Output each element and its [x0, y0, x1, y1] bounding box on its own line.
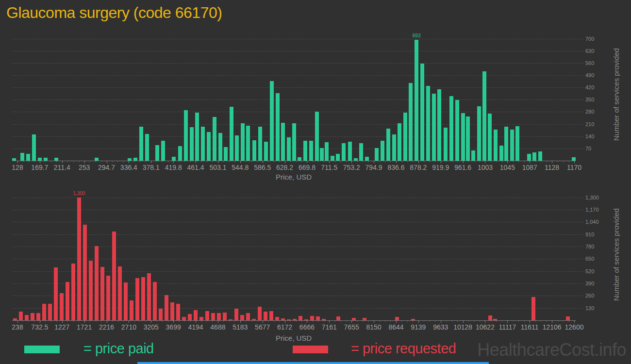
- bar-price-paid[interactable]: [276, 93, 280, 161]
- bar-price-requested[interactable]: [100, 267, 104, 320]
- bar-price-requested[interactable]: [310, 316, 314, 320]
- bar-price-paid[interactable]: [139, 127, 143, 161]
- bar-price-paid[interactable]: [348, 142, 352, 161]
- bar-price-paid[interactable]: [235, 135, 239, 161]
- bar-price-paid[interactable]: [213, 117, 216, 161]
- bar-price-paid[interactable]: [572, 157, 576, 161]
- bar-price-requested[interactable]: [147, 273, 151, 320]
- bar-price-paid[interactable]: [466, 116, 470, 161]
- bar-price-requested[interactable]: [316, 316, 320, 320]
- bar-price-requested[interactable]: [19, 312, 23, 320]
- legend-swatch-price-paid[interactable]: [24, 346, 60, 353]
- bar-price-paid[interactable]: [178, 146, 182, 161]
- bar-price-paid[interactable]: [258, 127, 262, 161]
- bar-price-paid[interactable]: [246, 126, 250, 161]
- bar-price-paid[interactable]: [437, 89, 441, 161]
- bar-price-paid[interactable]: [444, 128, 448, 161]
- bar-price-paid[interactable]: [488, 114, 492, 161]
- bar-price-requested[interactable]: [159, 309, 163, 320]
- bar-price-paid[interactable]: [415, 40, 418, 161]
- bar-price-paid[interactable]: [133, 158, 137, 161]
- bar-price-requested[interactable]: [89, 261, 93, 320]
- bar-price-requested[interactable]: [170, 302, 174, 320]
- bar-price-paid[interactable]: [224, 147, 228, 161]
- bar-price-paid[interactable]: [270, 81, 274, 161]
- bar-price-paid[interactable]: [499, 146, 503, 161]
- bar-price-paid[interactable]: [264, 142, 268, 161]
- bar-price-requested[interactable]: [566, 316, 570, 320]
- bar-price-paid[interactable]: [494, 130, 498, 161]
- bar-price-paid[interactable]: [241, 123, 245, 161]
- bar-price-paid[interactable]: [527, 154, 531, 161]
- bar-price-paid[interactable]: [449, 96, 453, 161]
- bar-price-paid[interactable]: [359, 143, 363, 161]
- bar-price-requested[interactable]: [188, 314, 192, 320]
- bar-price-paid[interactable]: [461, 113, 465, 161]
- bar-price-paid[interactable]: [504, 127, 508, 161]
- bar-price-requested[interactable]: [269, 311, 273, 320]
- bar-price-requested[interactable]: [322, 319, 326, 320]
- bar-price-paid[interactable]: [32, 134, 36, 161]
- bar-price-paid[interactable]: [155, 145, 159, 161]
- bar-price-requested[interactable]: [363, 318, 366, 320]
- bar-price-paid[interactable]: [161, 141, 165, 161]
- bar-price-requested[interactable]: [25, 315, 29, 320]
- bar-price-paid[interactable]: [375, 148, 379, 161]
- bar-price-requested[interactable]: [229, 319, 232, 320]
- bar-price-paid[interactable]: [403, 113, 407, 161]
- bar-price-requested[interactable]: [135, 278, 139, 320]
- bar-price-requested[interactable]: [182, 317, 186, 320]
- bar-price-requested[interactable]: [141, 277, 145, 320]
- bar-price-requested[interactable]: [304, 319, 308, 320]
- bar-price-requested[interactable]: [217, 313, 221, 320]
- bar-price-paid[interactable]: [420, 64, 424, 161]
- bar-price-paid[interactable]: [26, 154, 30, 161]
- bar-price-paid[interactable]: [398, 123, 401, 161]
- bar-price-paid[interactable]: [145, 134, 149, 161]
- bar-price-requested[interactable]: [264, 312, 267, 320]
- bar-price-paid[interactable]: [381, 141, 384, 161]
- bar-price-requested[interactable]: [199, 317, 203, 320]
- bar-price-requested[interactable]: [124, 282, 128, 320]
- bar-price-paid[interactable]: [230, 107, 233, 161]
- bar-price-requested[interactable]: [234, 309, 238, 320]
- bar-price-requested[interactable]: [130, 300, 133, 320]
- bar-price-paid[interactable]: [392, 134, 396, 161]
- bar-price-requested[interactable]: [95, 246, 99, 320]
- bar-price-requested[interactable]: [275, 317, 279, 320]
- bar-price-requested[interactable]: [13, 318, 17, 320]
- bar-price-paid[interactable]: [190, 127, 194, 161]
- bar-price-paid[interactable]: [20, 153, 24, 161]
- bar-price-requested[interactable]: [281, 318, 285, 320]
- bar-price-requested[interactable]: [336, 316, 340, 320]
- bar-price-paid[interactable]: [287, 137, 291, 161]
- bar-price-paid[interactable]: [538, 151, 542, 161]
- bar-price-paid[interactable]: [309, 141, 313, 161]
- bar-price-paid[interactable]: [336, 154, 340, 161]
- bar-price-requested[interactable]: [258, 307, 262, 320]
- bar-price-paid[interactable]: [471, 150, 475, 161]
- bar-price-requested[interactable]: [493, 319, 497, 321]
- bar-price-paid[interactable]: [342, 143, 346, 161]
- legend-swatch-price-requested[interactable]: [293, 346, 328, 353]
- bar-price-requested[interactable]: [194, 310, 198, 320]
- bar-price-paid[interactable]: [252, 140, 256, 161]
- bar-price-requested[interactable]: [211, 313, 215, 320]
- bar-price-requested[interactable]: [411, 319, 415, 321]
- bar-price-paid[interactable]: [325, 142, 329, 161]
- bar-price-paid[interactable]: [315, 112, 319, 161]
- bar-price-paid[interactable]: [281, 123, 285, 161]
- legend-label-price-requested[interactable]: = price requested: [351, 341, 456, 357]
- legend-label-price-paid[interactable]: = price paid: [83, 341, 154, 357]
- bar-price-paid[interactable]: [128, 158, 132, 161]
- bar-price-requested[interactable]: [118, 266, 122, 320]
- bar-price-paid[interactable]: [38, 158, 42, 161]
- bar-price-requested[interactable]: [287, 319, 291, 320]
- bar-price-requested[interactable]: [31, 313, 34, 320]
- bar-price-paid[interactable]: [532, 152, 536, 161]
- bar-price-paid[interactable]: [510, 130, 514, 161]
- bar-price-paid[interactable]: [12, 158, 16, 161]
- bar-price-requested[interactable]: [112, 232, 116, 320]
- bar-price-paid[interactable]: [365, 157, 369, 161]
- bar-price-paid[interactable]: [386, 129, 390, 161]
